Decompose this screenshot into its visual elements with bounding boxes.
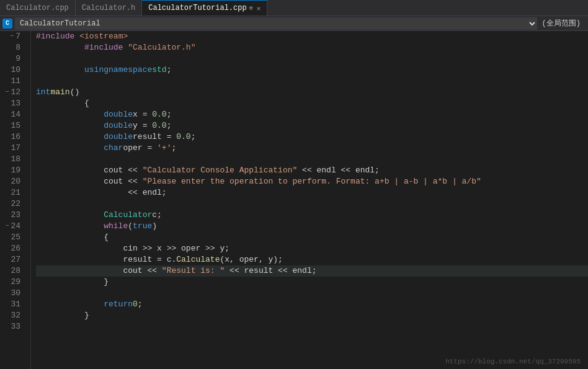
line-num-30: 30 <box>0 288 25 299</box>
code-line-9 <box>36 53 588 64</box>
code-line-15: double y = 0.0; <box>36 120 588 131</box>
code-line-17: char oper = '+'; <box>36 143 588 154</box>
line-num-29: 29 <box>0 277 25 288</box>
line-num-12: −12 <box>0 87 25 98</box>
code-line-23: Calculator c; <box>36 210 588 221</box>
code-line-7: #include <iostream> <box>36 31 588 42</box>
line-num-28: 28 <box>0 265 25 277</box>
line-num-13: 13 <box>0 98 25 109</box>
line-num-21: 21 <box>0 187 25 198</box>
code-line-24: while (true) <box>36 221 588 232</box>
line-num-19: 19 <box>0 165 25 176</box>
breadcrumb-scope: (全局范围) <box>537 18 586 29</box>
line-num-10: 10 <box>0 64 25 76</box>
editor-container: −7 8 9 10 11 −12 13 14 15 16 17 18 19 20… <box>0 31 588 369</box>
fold-icon-12[interactable]: − <box>3 89 11 96</box>
breadcrumb-file-select[interactable]: CalculatorTutorial <box>15 17 537 30</box>
line-num-7: −7 <box>0 31 25 42</box>
line-numbers-gutter: −7 8 9 10 11 −12 13 14 15 16 17 18 19 20… <box>0 31 31 369</box>
tab-calculator-cpp[interactable]: Calculator.cpp <box>0 0 76 16</box>
line-num-20: 20 <box>0 176 25 187</box>
code-line-8: #include "Calculator.h" <box>36 42 588 53</box>
breadcrumb-bar: C CalculatorTutorial (全局范围) <box>0 16 588 31</box>
code-line-19: cout << "Calculator Console Application"… <box>36 165 588 176</box>
code-line-30 <box>36 288 588 299</box>
code-line-10: using namespace std; <box>36 64 588 76</box>
tab-calculator-tutorial-cpp[interactable]: CalculatorTutorial.cpp ⊕ ✕ <box>142 0 267 16</box>
code-line-13: { <box>36 98 588 109</box>
line-num-8: 8 <box>0 42 25 53</box>
fold-icon-7[interactable]: − <box>8 33 16 40</box>
close-icon[interactable]: ✕ <box>257 4 261 12</box>
tab-bar: Calculator.cpp Calculator.h CalculatorTu… <box>0 0 588 16</box>
line-num-18: 18 <box>0 154 25 165</box>
line-num-24: −24 <box>0 221 25 232</box>
tab-calculator-h[interactable]: Calculator.h <box>76 0 142 16</box>
code-line-32: } <box>36 310 588 321</box>
line-num-23: 23 <box>0 210 25 221</box>
line-num-14: 14 <box>0 109 25 120</box>
line-num-11: 11 <box>0 76 25 87</box>
code-line-28: cout << "Result is: " << result << endl; <box>36 265 588 277</box>
line-num-31: 31 <box>0 299 25 310</box>
pin-icon[interactable]: ⊕ <box>249 4 253 12</box>
line-num-22: 22 <box>0 198 25 210</box>
line-num-26: 26 <box>0 243 25 254</box>
code-area[interactable]: #include <iostream> #include "Calculator… <box>31 31 588 369</box>
code-line-18 <box>36 154 588 165</box>
line-num-16: 16 <box>0 131 25 143</box>
line-num-33: 33 <box>0 321 25 332</box>
line-num-27: 27 <box>0 254 25 265</box>
code-line-12: int main() <box>36 87 588 98</box>
code-line-31: return 0; <box>36 299 588 310</box>
watermark: https://blog.csdn.net/qq_37299595 <box>445 358 581 365</box>
line-num-15: 15 <box>0 120 25 131</box>
line-num-25: 25 <box>0 232 25 243</box>
line-num-9: 9 <box>0 53 25 64</box>
code-line-21: << endl; <box>36 187 588 198</box>
fold-icon-24[interactable]: − <box>3 223 11 230</box>
line-num-32: 32 <box>0 310 25 321</box>
code-line-33 <box>36 321 588 332</box>
code-line-11 <box>36 76 588 87</box>
file-type-icon: C <box>2 19 12 29</box>
line-num-17: 17 <box>0 143 25 154</box>
code-line-16: double result = 0.0; <box>36 131 588 143</box>
code-line-14: double x = 0.0; <box>36 109 588 120</box>
